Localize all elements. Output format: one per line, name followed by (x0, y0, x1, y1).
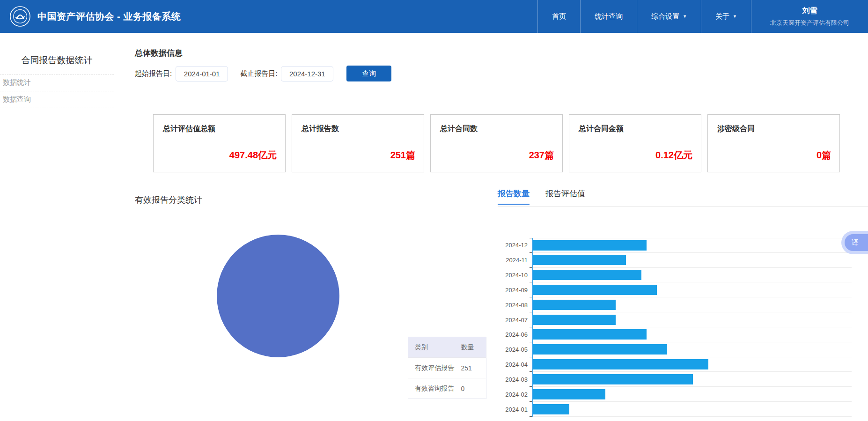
stat-card-total-contract-amount: 总计合同金额 0.12亿元 (569, 114, 701, 172)
sidebar: 合同报告数据统计 数据统计 数据查询 (0, 33, 114, 421)
pie-chart (217, 235, 339, 357)
bar-track (532, 253, 852, 268)
bar-category-label: 2024-08 (491, 302, 532, 309)
bar-category-label: 2024-05 (491, 346, 532, 353)
table-cell-category: 有效评估报告 (408, 358, 457, 378)
main-content: 总体数据信息 起始报告日: 截止报告日: 查询 总计评估值总额 497.48亿元… (114, 33, 868, 421)
stat-card-total-contracts: 总计合同数 237篇 (430, 114, 563, 172)
start-date-label: 起始报告日: (135, 69, 172, 78)
bar-track (532, 372, 852, 387)
start-date-input[interactable] (176, 66, 228, 81)
bar-category-label: 2024-01 (491, 406, 532, 413)
stat-card-title: 总计合同数 (440, 124, 478, 134)
bar-row: 2024-04 (491, 357, 852, 372)
bar-row: 2024-12 (491, 238, 852, 253)
nav-item-label: 统计查询 (595, 12, 623, 21)
user-name: 刘雪 (802, 6, 817, 16)
caret-down-icon: ▼ (733, 14, 737, 19)
user-company: 北京天圆开资产评估有限公司 (770, 19, 849, 27)
tab-report-count[interactable]: 报告数量 (498, 188, 530, 205)
bar-track (532, 238, 852, 253)
translate-button[interactable]: 译 (845, 234, 868, 251)
bar-chart-plot: 2024-122024-112024-102024-092024-082024-… (491, 238, 852, 417)
app-title: 中国资产评估协会 - 业务报备系统 (37, 10, 181, 23)
user-info[interactable]: 刘雪 北京天圆开资产评估有限公司 (751, 0, 868, 33)
bar-row: 2024-05 (491, 342, 852, 357)
bar-category-label: 2024-06 (491, 331, 532, 338)
bar-track (532, 402, 852, 417)
bar-row: 2024-08 (491, 297, 852, 312)
bar (533, 344, 667, 355)
stat-card-title: 总计评估值总额 (163, 124, 215, 134)
bar-category-label: 2024-11 (491, 257, 532, 264)
tabs-divider (498, 206, 868, 207)
bar-track (532, 297, 852, 312)
stat-card-value: 237篇 (529, 149, 554, 162)
end-date-input[interactable] (281, 66, 333, 81)
sidebar-item-label: 数据查询 (3, 95, 31, 103)
table-cell-count: 0 (457, 378, 486, 399)
bar-track (532, 327, 852, 342)
nav-item-statistics-query[interactable]: 统计查询 (580, 0, 637, 33)
bar (533, 270, 641, 280)
stat-card-title: 总计合同金额 (579, 124, 624, 134)
bar-row: 2024-02 (491, 387, 852, 402)
table-header-count: 数量 (457, 337, 486, 358)
stat-card-title: 总计报告数 (302, 124, 339, 134)
nav-item-about[interactable]: 关于 ▼ (701, 0, 751, 33)
bar-track (532, 282, 852, 297)
bar-category-label: 2024-07 (491, 317, 532, 324)
bar (533, 374, 693, 384)
nav-item-label: 关于 (715, 12, 729, 21)
sidebar-title: 合同报告数据统计 (0, 54, 114, 66)
nav-item-home[interactable]: 首页 (537, 0, 580, 33)
stat-card-classified-contracts: 涉密级合同 0篇 (707, 114, 840, 172)
bar-category-label: 2024-12 (491, 242, 532, 249)
bar-track (532, 357, 852, 372)
stat-card-value: 251篇 (390, 149, 415, 162)
bar-row: 2024-10 (491, 268, 852, 283)
stat-card-title: 涉密级合同 (717, 124, 755, 134)
bar (533, 285, 657, 295)
table-cell-category: 有效咨询报告 (408, 378, 457, 399)
bar-track (532, 268, 852, 283)
caret-down-icon: ▼ (683, 14, 687, 19)
date-filter-row: 起始报告日: 截止报告日: 查询 (135, 66, 391, 81)
bar-row: 2024-07 (491, 312, 852, 327)
nav-item-label: 综合设置 (651, 12, 679, 21)
query-button[interactable]: 查询 (346, 66, 391, 81)
bar-row: 2024-03 (491, 372, 852, 387)
nav-item-label: 首页 (552, 12, 566, 21)
top-navbar: 中国资产评估协会 - 业务报备系统 首页 统计查询 综合设置 ▼ 关于 ▼ 刘雪… (0, 0, 868, 33)
stat-card-value: 497.48亿元 (229, 149, 277, 162)
bar-track (532, 312, 852, 327)
stat-card-value: 0篇 (817, 149, 831, 162)
sidebar-item-data-statistics[interactable]: 数据统计 (0, 74, 114, 91)
bar-category-label: 2024-04 (491, 361, 532, 368)
bar (533, 240, 647, 251)
stat-card-total-appraised-value: 总计评估值总额 497.48亿元 (153, 114, 286, 172)
stat-card-value: 0.12亿元 (655, 149, 692, 162)
bar (533, 329, 647, 340)
bar-row: 2024-09 (491, 282, 852, 297)
bar-row: 2024-01 (491, 402, 852, 417)
bar-category-label: 2024-03 (491, 376, 532, 383)
pie-chart-title: 有效报告分类统计 (135, 194, 202, 206)
nav-item-settings[interactable]: 综合设置 ▼ (637, 0, 701, 33)
sidebar-item-data-query[interactable]: 数据查询 (0, 91, 114, 108)
overview-heading: 总体数据信息 (135, 48, 183, 59)
table-row: 有效评估报告 251 (408, 358, 486, 378)
nav-menu: 首页 统计查询 综合设置 ▼ 关于 ▼ 刘雪 北京天圆开资产评估有限公司 (537, 0, 868, 33)
table-header-row: 类别 数量 (408, 337, 486, 358)
translate-button-label: 译 (852, 238, 859, 247)
association-logo-icon (9, 6, 31, 27)
tab-report-appraised-value[interactable]: 报告评估值 (545, 188, 585, 205)
bar-row: 2024-06 (491, 327, 852, 342)
bar (533, 255, 626, 265)
stat-card-total-reports: 总计报告数 251篇 (292, 114, 424, 172)
bar-category-label: 2024-10 (491, 272, 532, 279)
chart-tabs: 报告数量 报告评估值 (498, 188, 585, 205)
bar (533, 359, 708, 369)
table-row: 有效咨询报告 0 (408, 378, 486, 399)
bar (533, 389, 605, 399)
